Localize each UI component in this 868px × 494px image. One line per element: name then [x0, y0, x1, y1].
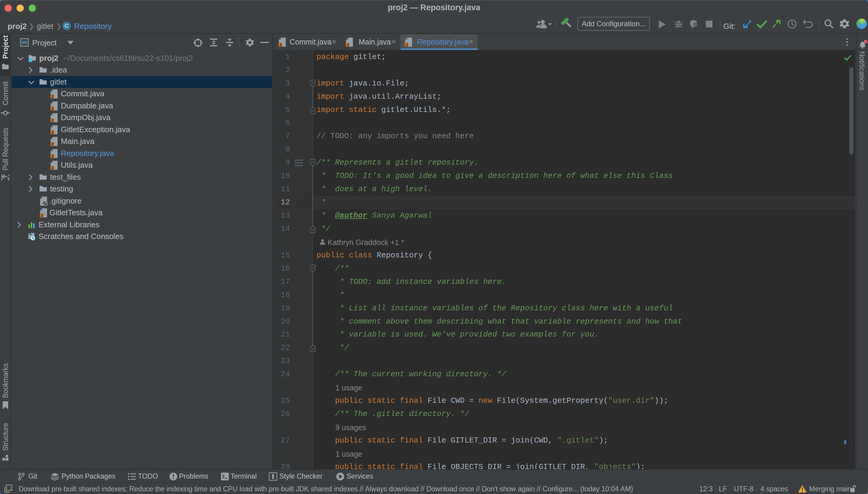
svg-text:J: J	[406, 43, 408, 47]
svg-text:J: J	[279, 43, 282, 47]
svg-text:J: J	[51, 95, 53, 99]
svg-text:J: J	[51, 166, 53, 170]
svg-text:J: J	[51, 107, 53, 111]
svg-text:J: J	[51, 154, 53, 158]
svg-text:J: J	[51, 130, 53, 135]
svg-text:J: J	[51, 118, 53, 122]
svg-text:J: J	[41, 213, 43, 217]
svg-text:J: J	[51, 142, 53, 146]
svg-text:J: J	[347, 43, 349, 47]
